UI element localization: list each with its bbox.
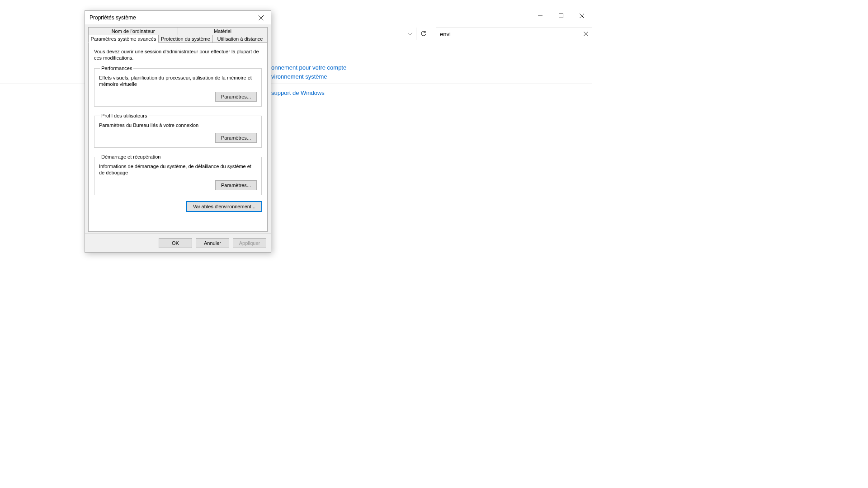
tab-computer-name[interactable]: Nom de l'ordinateur [88,27,178,35]
maximize-button[interactable] [551,9,571,23]
address-dropdown-button[interactable] [404,28,416,40]
user-profiles-legend: Profil des utilisateurs [100,113,149,118]
performance-desc: Effets visuels, planification du process… [99,75,257,87]
apply-button[interactable]: Appliquer [233,238,266,248]
environment-variables-button[interactable]: Variables d'environnement... [187,202,262,211]
search-results: onnement pour votre compte vironnement s… [271,63,346,81]
close-button[interactable] [571,9,592,23]
dialog-footer: OK Annuler Appliquer [85,233,271,252]
help-link[interactable]: support de Windows [271,89,325,96]
user-profiles-desc: Paramètres du Bureau liés à votre connex… [99,122,257,128]
search-input[interactable] [436,28,592,40]
tab-advanced[interactable]: Paramètres système avancés [88,35,159,43]
user-profiles-group: Profil des utilisateurs Paramètres du Bu… [94,113,262,148]
user-profiles-settings-button[interactable]: Paramètres... [215,133,257,143]
result-link-account[interactable]: onnement pour votre compte [271,63,346,72]
refresh-button[interactable] [416,28,430,40]
dialog-titlebar[interactable]: Propriétés système [85,11,271,24]
ok-button[interactable]: OK [159,238,192,248]
svg-rect-1 [559,14,563,18]
minimize-button[interactable] [530,9,551,23]
startup-recovery-legend: Démarrage et récupération [100,154,162,160]
close-icon[interactable] [251,11,271,24]
clear-search-button[interactable] [582,30,590,38]
tab-row-bottom: Paramètres système avancés Protection du… [88,35,268,43]
cancel-button[interactable]: Annuler [196,238,229,248]
result-link-system[interactable]: vironnement système [271,72,346,81]
tab-remote[interactable]: Utilisation à distance [213,35,268,43]
performance-group: Performances Effets visuels, planificati… [94,66,262,107]
startup-recovery-desc: Informations de démarrage du système, de… [99,163,257,176]
dialog-title: Propriétés système [90,14,136,21]
admin-note: Vous devez ouvrir une session d'administ… [94,48,262,61]
performance-legend: Performances [100,66,133,71]
startup-recovery-settings-button[interactable]: Paramètres... [215,180,257,190]
address-search-bar [404,28,592,40]
window-controls [530,9,592,23]
system-properties-dialog: Propriétés système Nom de l'ordinateur M… [85,10,271,253]
performance-settings-button[interactable]: Paramètres... [215,92,257,102]
tab-row-top: Nom de l'ordinateur Matériel [88,27,268,35]
tab-hardware[interactable]: Matériel [178,27,268,35]
tab-panel-advanced: Vous devez ouvrir une session d'administ… [88,42,268,232]
startup-recovery-group: Démarrage et récupération Informations d… [94,154,262,195]
tab-system-protection[interactable]: Protection du système [159,35,213,43]
